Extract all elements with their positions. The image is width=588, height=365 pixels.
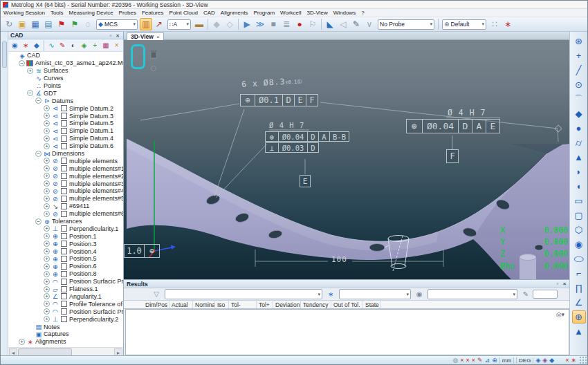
checkbox[interactable] bbox=[61, 293, 67, 299]
surface-compensation-icon[interactable]: ◣ bbox=[324, 18, 336, 30]
checkbox[interactable] bbox=[61, 158, 67, 164]
stop-icon[interactable]: ■ bbox=[267, 18, 279, 30]
menu-item-windows[interactable]: Windows bbox=[331, 10, 358, 16]
measure-cylinder-icon[interactable]: ⌭ bbox=[572, 136, 586, 149]
expander-icon[interactable]: + bbox=[44, 113, 50, 119]
checkbox[interactable] bbox=[61, 135, 67, 142]
measure-round-slot-icon[interactable]: ▢ bbox=[572, 209, 586, 222]
checkbox[interactable] bbox=[61, 203, 67, 209]
column-tol[interactable]: Tol- bbox=[229, 301, 257, 308]
tree-item-simple-datum-3[interactable]: +⊲Simple Datum.3 bbox=[8, 112, 123, 120]
flag-icon[interactable]: ⚑ bbox=[55, 18, 68, 30]
checkbox[interactable] bbox=[61, 248, 67, 254]
tree-item-perpendicularity-2[interactable]: +⊥Perpendicularity.2 bbox=[8, 315, 123, 323]
tree-item-alignments[interactable]: +∗Alignments bbox=[8, 338, 123, 346]
expander-icon[interactable]: + bbox=[44, 301, 50, 307]
machine-axis-icon[interactable]: ∗ bbox=[502, 18, 514, 30]
menu-item-point-cloud[interactable]: Point Cloud bbox=[167, 10, 201, 16]
viewport-3d[interactable]: 6 x Ø8.3±0.1Ⓔ ⊕Ø0.1DEF Ø 4 H 7 ⊕Ø0.04DAB… bbox=[124, 40, 571, 279]
tree-item-multiple-elements-2[interactable]: +⊘multiple elements#2 bbox=[8, 172, 123, 180]
checkbox[interactable] bbox=[61, 256, 67, 262]
filter-input[interactable] bbox=[533, 290, 558, 299]
selection3-icon[interactable]: ◆ bbox=[549, 357, 554, 364]
tree-item-69411[interactable]: +↘#69411 bbox=[8, 203, 123, 210]
measure-bridge-icon[interactable]: ∏ bbox=[572, 281, 586, 294]
results-table-body[interactable]: ◎▾ bbox=[125, 309, 569, 355]
expander-icon[interactable]: − bbox=[35, 151, 42, 157]
save-icon[interactable]: ▦ bbox=[29, 18, 42, 30]
tree-item-multiple-elements[interactable]: +⊘multiple elements bbox=[8, 157, 123, 165]
fcf-position-mid[interactable]: ⊕Ø0.04DAB-B bbox=[265, 131, 349, 142]
expander-icon[interactable]: + bbox=[27, 68, 33, 74]
checkbox[interactable] bbox=[61, 165, 67, 171]
column-deviation[interactable]: Deviation bbox=[273, 301, 301, 308]
measure-slot-icon[interactable]: ▭ bbox=[572, 194, 586, 207]
checkbox[interactable] bbox=[61, 286, 67, 292]
checkbox[interactable] bbox=[61, 143, 67, 149]
view-world-icon[interactable]: ◉ bbox=[10, 40, 20, 50]
tree-item-profile-tolerance-of-any-su[interactable]: +◠Profile Tolerance of any Su bbox=[8, 300, 123, 308]
tree-item-curves[interactable]: ∿Curves bbox=[8, 75, 123, 82]
column-iso[interactable]: Iso bbox=[215, 301, 229, 308]
tree-item-cad[interactable]: ◈CAD bbox=[8, 52, 123, 59]
tree-item-notes[interactable]: ▤Notes bbox=[8, 323, 123, 330]
tree-item-simple-datum-4[interactable]: +⊲Simple Datum.4 bbox=[8, 135, 123, 142]
tab-3d-view[interactable]: 3D-View × bbox=[127, 32, 164, 40]
checkbox[interactable] bbox=[61, 308, 67, 315]
tree-item-perpendicularity-1[interactable]: +⊥Perpendicularity.1 bbox=[8, 225, 123, 232]
results-header[interactable]: Results ▫ × bbox=[124, 280, 571, 288]
expander-icon[interactable]: + bbox=[44, 233, 50, 239]
expander-icon[interactable]: + bbox=[44, 279, 50, 285]
stylus-angle-icon[interactable]: ∨ bbox=[363, 18, 376, 30]
fcf-partial-left[interactable]: 1.0⊕ bbox=[124, 244, 160, 258]
expander-icon[interactable]: + bbox=[44, 225, 50, 232]
fcf-position-right[interactable]: ⊕Ø0.04DAE bbox=[406, 119, 500, 133]
measure-ellipse-icon[interactable]: ◯ bbox=[572, 255, 586, 263]
expander-icon[interactable]: + bbox=[44, 188, 50, 194]
checkbox[interactable] bbox=[61, 241, 67, 247]
program-tree-icon[interactable]: ≣ bbox=[280, 18, 293, 30]
stylus-icon[interactable]: ✎ bbox=[350, 18, 362, 30]
menu-item-measuring-device[interactable]: Measuring Device bbox=[66, 10, 116, 16]
clear-results-icon[interactable]: × bbox=[472, 357, 475, 364]
magnet-icon[interactable] bbox=[150, 65, 157, 72]
measure-step-icon[interactable]: ⌐ bbox=[572, 267, 586, 280]
alignment-select[interactable]: ▾ bbox=[339, 289, 411, 299]
checkbox[interactable] bbox=[61, 120, 67, 127]
menu-item-3d-view[interactable]: 3D-View bbox=[304, 10, 331, 16]
checkbox[interactable] bbox=[61, 188, 67, 194]
checkbox[interactable] bbox=[61, 263, 67, 270]
checkbox[interactable] bbox=[61, 316, 67, 322]
expander-icon[interactable]: + bbox=[44, 271, 50, 277]
edit-icon[interactable]: ✎ bbox=[521, 290, 531, 298]
checkbox[interactable] bbox=[61, 233, 67, 239]
clear-features-icon[interactable]: × bbox=[466, 357, 470, 364]
tree-item-simple-datum-2[interactable]: +⊲Simple Datum.2 bbox=[8, 104, 123, 112]
tree-item-captures[interactable]: ▣Captures bbox=[8, 330, 123, 338]
pin-icon[interactable]: ▫ bbox=[107, 32, 114, 39]
probe-select[interactable]: No Probe▾ bbox=[378, 19, 434, 30]
measure-cone-icon[interactable]: ▲ bbox=[572, 151, 586, 164]
tree-item-datums[interactable]: −⊳Datums bbox=[8, 97, 123, 104]
column-dim-pos[interactable]: Dim/Pos bbox=[143, 301, 169, 308]
tree-filter-icon[interactable]: ◈ bbox=[79, 40, 89, 50]
column-chooser-icon[interactable]: ◎▾ bbox=[556, 311, 564, 318]
checkbox[interactable] bbox=[61, 196, 67, 202]
clear-icon[interactable]: × bbox=[111, 40, 122, 50]
tree-item-simple-datum-1[interactable]: +⊲Simple Datum.1 bbox=[8, 127, 123, 135]
book-icon[interactable]: ▬ bbox=[193, 18, 205, 30]
measure-line-icon[interactable]: ╱ bbox=[572, 64, 586, 77]
expander-icon[interactable]: − bbox=[19, 60, 25, 66]
measure-arc-icon[interactable]: ⌒ bbox=[572, 93, 586, 106]
tree-item-position-4[interactable]: +⊕Position.4 bbox=[8, 247, 123, 255]
column-nominal[interactable]: Nominal bbox=[193, 301, 215, 308]
column-actual[interactable]: Actual bbox=[169, 301, 193, 308]
tree-item-multiple-elements-1[interactable]: +⊘multiple elements#1 bbox=[8, 165, 123, 172]
menu-item-workcell[interactable]: Workcell bbox=[277, 10, 304, 16]
expander-icon[interactable]: + bbox=[44, 120, 50, 127]
expander-icon[interactable]: + bbox=[44, 203, 50, 209]
tree-item-multiple-elements-4[interactable]: +⊘multiple elements#4 bbox=[8, 187, 123, 195]
shade-icon[interactable]: ◐ bbox=[68, 40, 79, 50]
gdt-icon[interactable]: ⊕ bbox=[572, 310, 586, 324]
checkbox[interactable] bbox=[61, 113, 67, 119]
